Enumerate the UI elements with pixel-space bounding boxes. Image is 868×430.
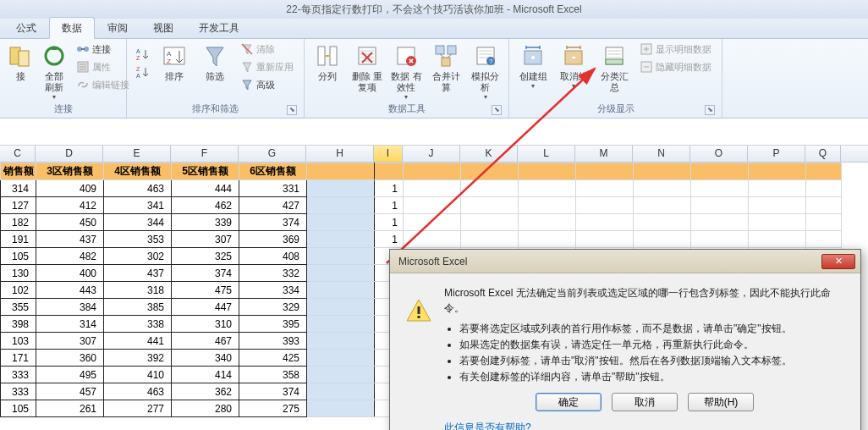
column-header[interactable]: J bbox=[403, 146, 460, 162]
column-header[interactable]: E bbox=[103, 146, 171, 162]
remove-duplicates-button[interactable]: 删除 重复项 bbox=[349, 41, 386, 93]
properties-button: 属性 bbox=[73, 58, 133, 75]
table-row[interactable]: 1274123414624271 bbox=[1, 197, 842, 214]
column-header[interactable]: L bbox=[518, 146, 575, 162]
dropdown-arrow-icon: ▾ bbox=[484, 93, 487, 101]
column-header[interactable]: M bbox=[575, 146, 633, 162]
hide-detail-button: 隐藏明细数据 bbox=[636, 58, 715, 75]
group-label: 分级显示 bbox=[597, 103, 635, 113]
svg-rect-15 bbox=[359, 47, 376, 64]
column-header[interactable]: Q bbox=[805, 146, 841, 162]
svg-rect-27 bbox=[606, 59, 623, 64]
dropdown-arrow-icon: ▾ bbox=[404, 93, 408, 101]
dialog-close-button[interactable]: ✕ bbox=[821, 254, 855, 269]
tab-数据[interactable]: 数据 bbox=[49, 17, 95, 39]
dropdown-arrow-icon: ▾ bbox=[531, 82, 535, 90]
connections-button[interactable]: 连接 bbox=[73, 41, 133, 58]
svg-text:A: A bbox=[136, 48, 140, 54]
alert-dialog: Microsoft Excel ✕ Microsoft Excel 无法确定当前… bbox=[389, 249, 861, 430]
dialog-launcher-icon[interactable]: ⬊ bbox=[287, 105, 297, 115]
show-detail-button: 显示明细数据 bbox=[636, 41, 715, 58]
column-header[interactable]: G bbox=[239, 146, 306, 162]
column-header[interactable]: F bbox=[171, 146, 239, 162]
dialog-bullet: 如果选定的数据集有误，请选定任一单元格，再重新执行此命令。 bbox=[459, 337, 845, 352]
refresh-all-button[interactable]: 全部刷新 ▾ bbox=[39, 41, 69, 101]
sort-button[interactable]: AZ 排序 bbox=[156, 41, 193, 82]
svg-text:Z: Z bbox=[136, 55, 140, 61]
sort-desc-button[interactable]: ZA bbox=[132, 63, 152, 80]
reapply-button: 重新应用 bbox=[237, 58, 297, 75]
table-header-cell[interactable]: 销售额 bbox=[1, 163, 36, 180]
column-header[interactable]: K bbox=[460, 146, 518, 162]
consolidate-button[interactable]: 合并计算 bbox=[428, 41, 464, 93]
svg-rect-31 bbox=[418, 306, 420, 314]
tab-开发工具[interactable]: 开发工具 bbox=[186, 17, 252, 38]
dropdown-arrow-icon: ▾ bbox=[572, 82, 575, 90]
column-header[interactable]: N bbox=[633, 146, 690, 162]
text-to-columns-button[interactable]: 分列 bbox=[310, 41, 346, 82]
table-header-cell[interactable]: 5区销售额 bbox=[172, 163, 239, 180]
ribbon: 接 全部刷新 ▾ 连接 属性 编辑链接 连接 AZ ZA AZ 排序 bbox=[0, 39, 868, 119]
svg-rect-18 bbox=[436, 46, 444, 54]
column-header[interactable]: C bbox=[0, 146, 36, 162]
warning-icon bbox=[405, 297, 432, 324]
svg-text:?: ? bbox=[489, 58, 493, 65]
dialog-launcher-icon[interactable]: ⬊ bbox=[705, 105, 715, 115]
tab-审阅[interactable]: 审阅 bbox=[95, 17, 140, 38]
data-validation-button[interactable]: 数据 有效性▾ bbox=[388, 41, 425, 101]
group-label: 连接 bbox=[54, 103, 73, 113]
whatif-button[interactable]: ?模拟分析▾ bbox=[467, 41, 503, 101]
cancel-button[interactable]: 取消 bbox=[612, 393, 678, 411]
svg-rect-14 bbox=[330, 47, 337, 65]
dialog-launcher-icon[interactable]: ⬊ bbox=[492, 105, 502, 115]
tab-视图[interactable]: 视图 bbox=[140, 17, 186, 38]
table-row[interactable]: 1824503443393741 bbox=[1, 214, 842, 231]
feedback-link[interactable]: 此信息是否有帮助? bbox=[444, 420, 531, 430]
group-label: 数据工具 bbox=[388, 103, 426, 113]
table-header-cell[interactable]: 6区销售额 bbox=[239, 163, 307, 180]
svg-text:Z: Z bbox=[167, 58, 171, 65]
dialog-message: Microsoft Excel 无法确定当前列表或选定区域的哪一行包含列标签，因… bbox=[444, 285, 845, 316]
dialog-title: Microsoft Excel bbox=[398, 256, 467, 267]
tab-公式[interactable]: 公式 bbox=[3, 17, 49, 38]
svg-rect-19 bbox=[448, 46, 456, 54]
column-header[interactable]: H bbox=[306, 146, 374, 162]
sort-asc-button[interactable]: AZ bbox=[132, 46, 152, 63]
ribbon-tabs: 公式数据审阅视图开发工具 bbox=[0, 19, 868, 39]
svg-rect-32 bbox=[418, 316, 420, 318]
svg-text:A: A bbox=[136, 73, 140, 79]
ungroup-button[interactable]: 取消组▾ bbox=[555, 41, 592, 90]
table-header-cell[interactable]: 3区销售额 bbox=[36, 163, 104, 180]
edit-links-button: 编辑链接 bbox=[73, 76, 133, 93]
dialog-bullet: 有关创建标签的详细内容，请单击"帮助"按钮。 bbox=[459, 369, 845, 384]
group-button[interactable]: 创建组▾ bbox=[514, 41, 552, 90]
dialog-bullet: 若要创建列标签，请单击"取消"按钮。然后在各列数据顶端输入文本标签。 bbox=[459, 353, 845, 368]
table-header-cell[interactable]: 4区销售额 bbox=[104, 163, 172, 180]
ok-button[interactable]: 确定 bbox=[536, 393, 602, 411]
help-button[interactable]: 帮助(H) bbox=[688, 393, 754, 411]
svg-text:Z: Z bbox=[136, 66, 140, 72]
column-header[interactable]: I bbox=[374, 146, 403, 162]
table-row[interactable]: 1914373533073691 bbox=[1, 231, 842, 248]
dropdown-arrow-icon: ▾ bbox=[52, 93, 56, 101]
window-title: 22-每页指定行数打印，不会这个技巧活该你加班 - Microsoft Exce… bbox=[286, 3, 581, 17]
subtotal-button[interactable]: 分类汇总 bbox=[596, 41, 633, 93]
dialog-bullet: 若要将选定区域或列表的首行用作标签，而不是数据，请单击"确定"按钮。 bbox=[459, 321, 845, 336]
filter-button[interactable]: 筛选 bbox=[196, 41, 233, 82]
clear-filter-button: 清除 bbox=[237, 41, 297, 58]
ext-connections-button[interactable]: 接 bbox=[5, 41, 36, 82]
svg-rect-13 bbox=[318, 47, 325, 65]
column-header[interactable]: O bbox=[690, 146, 748, 162]
group-label: 排序和筛选 bbox=[192, 103, 239, 113]
advanced-filter-button[interactable]: 高级 bbox=[237, 76, 297, 93]
svg-rect-1 bbox=[19, 51, 29, 66]
svg-rect-20 bbox=[442, 58, 450, 66]
column-header[interactable]: D bbox=[36, 146, 103, 162]
svg-text:A: A bbox=[167, 50, 172, 58]
table-row[interactable]: 3144094634443311 bbox=[1, 180, 842, 197]
column-header[interactable]: P bbox=[748, 146, 805, 162]
